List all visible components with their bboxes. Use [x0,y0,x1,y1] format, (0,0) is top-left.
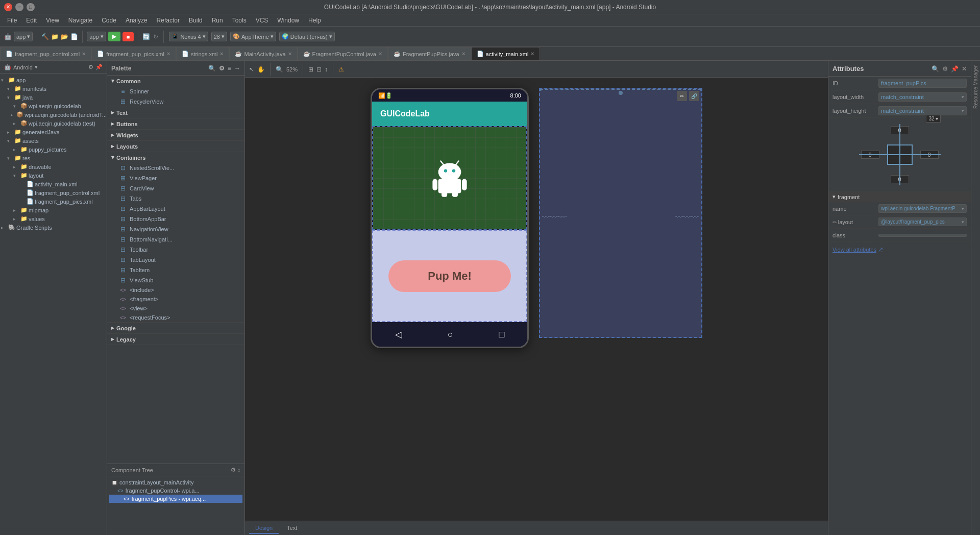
design-tab[interactable]: Design [249,523,279,534]
attr-value-height[interactable]: match_constraint ▾ [878,106,967,115]
design-warning-icon[interactable]: ⚠ [338,66,344,73]
design-zoom-in[interactable]: 🔍 [276,66,283,73]
palette-item-fragment[interactable]: <> <fragment> [107,295,244,304]
tree-item-values[interactable]: ▸ 📁 values [0,214,107,223]
menu-build[interactable]: Build [185,16,207,25]
attr-value-frag-class[interactable] [878,234,967,237]
tab-close-4[interactable]: ✕ [378,51,382,57]
tab-fragmentpuppics[interactable]: ☕ FragmentPupPics.java ✕ [388,47,471,60]
tab-close-1[interactable]: ✕ [166,51,170,57]
android-dropdown[interactable]: 🤖 [4,64,11,70]
attrs-pin-icon[interactable]: 📌 [951,65,959,72]
tree-item-fragment-pics[interactable]: 📄 fragment_pup_pics.xml [0,197,107,206]
palette-close-icon[interactable]: ↔ [234,65,240,72]
design-layout-toggle[interactable]: ↕ [325,66,328,73]
tab-fragment-pup-control[interactable]: 📄 fragment_pup_control.xml ✕ [0,47,91,60]
menu-tools[interactable]: Tools [228,16,251,25]
pup-me-button[interactable]: Pup Me! [388,260,511,292]
api-dropdown[interactable]: 28 ▾ [211,32,227,41]
tree-item-generatedjava[interactable]: ▸ 📁 generatedJava [0,128,107,136]
toolbar-app-dropdown[interactable]: app ▾ [14,32,33,41]
nav-back-btn[interactable]: ◁ [395,329,402,340]
menu-help[interactable]: Help [304,16,325,25]
palette-cat-text-header[interactable]: ▸ Text [107,107,244,118]
palette-item-navview[interactable]: ⊟ NavigationView [107,224,244,234]
palette-view-toggle[interactable]: ≡ [228,65,231,72]
handle-top[interactable] [619,91,623,95]
tree-item-java[interactable]: ▾ 📁 java [0,93,107,102]
menu-run[interactable]: Run [208,16,227,25]
tab-close-3[interactable]: ✕ [288,51,292,57]
menu-navigate[interactable]: Navigate [64,16,96,25]
tree-item-gradle[interactable]: ▸ 🐘 Gradle Scripts [0,223,107,232]
palette-item-spinner[interactable]: ≡ Spinner [107,86,244,96]
resource-manager-tab[interactable]: Resource Manager [972,63,979,111]
palette-item-tablayout[interactable]: ⊟ TabLayout [107,255,244,265]
palette-item-tabitem[interactable]: ⊟ TabItem [107,265,244,275]
tree-item-package2[interactable]: ▸ 📦 wpi.aeqin.guicodelab (androidT... [0,110,107,119]
comp-tree-fragment-pics[interactable]: <> fragment_pupPics - wpi.aeq... [109,495,242,503]
tree-item-package1[interactable]: ▾ 📦 wpi.aeqin.guicodelab [0,102,107,110]
palette-cat-google-header[interactable]: ▸ Google [107,323,244,333]
attr-value-width[interactable]: match_constraint ▾ [878,92,967,102]
tree-item-layout[interactable]: ▾ 📁 layout [0,171,107,180]
tree-item-drawable[interactable]: ▸ 📁 drawable [0,162,107,171]
palette-cat-containers-header[interactable]: ▾ Containers [107,152,244,163]
comp-tree-settings[interactable]: ⚙ [231,467,236,473]
tree-item-app[interactable]: ▾ 📁 app [0,76,107,84]
palette-item-bottomappbar[interactable]: ⊟ BottomAppBar [107,214,244,224]
text-tab[interactable]: Text [281,523,303,534]
view-all-attributes-link[interactable]: View all attributes ↗ [828,242,971,257]
palette-item-nestedscroll[interactable]: ⊡ NestedScrollVie... [107,163,244,173]
tab-close-2[interactable]: ✕ [219,51,224,57]
tree-item-assets[interactable]: ▾ 📁 assets [0,136,107,145]
attrs-settings-icon[interactable]: ⚙ [942,65,948,72]
handle-left[interactable] [539,88,542,91]
locale-dropdown[interactable]: 🌍 Default (en-us) ▾ [279,32,335,41]
nav-recent-btn[interactable]: □ [499,329,504,340]
menu-code[interactable]: Code [97,16,120,25]
palette-item-view[interactable]: <> <view> [107,304,244,313]
tab-activity-main[interactable]: 📄 activity_main.xml ✕ [471,47,541,60]
tab-fragmentpupcontrol[interactable]: ☕ FragmentPupControl.java ✕ [298,47,388,60]
palette-item-viewstub[interactable]: ⊟ ViewStub [107,275,244,285]
palette-item-bottomnav[interactable]: ⊟ BottomNavigati... [107,234,244,245]
fragment-section-header[interactable]: ▾ fragment [828,191,971,202]
tree-item-fragment-control[interactable]: 📄 fragment_pup_control.xml [0,188,107,197]
menu-vcs[interactable]: VCS [252,16,273,25]
tab-strings[interactable]: 📄 strings.xml ✕ [176,47,230,60]
menu-view[interactable]: View [42,16,63,25]
comp-tree-expand[interactable]: ↕ [238,467,241,473]
design-constraint-toggle[interactable]: ⊡ [316,66,322,73]
tree-item-package3[interactable]: ▸ 📦 wpi.aeqin.guicodelab (test) [0,119,107,128]
palette-item-tabs[interactable]: ⊟ Tabs [107,193,244,204]
tree-item-puppies[interactable]: ▸ 📁 puppy_pictures [0,145,107,154]
menu-window[interactable]: Window [273,16,303,25]
tree-settings-icon[interactable]: ⚙ [88,64,93,70]
palette-item-include[interactable]: <> <include> [107,285,244,295]
nav-home-btn[interactable]: ○ [448,329,453,340]
palette-cat-legacy-header[interactable]: ▸ Legacy [107,334,244,345]
menu-edit[interactable]: Edit [22,16,41,25]
tab-mainactivity[interactable]: ☕ MainActivity.java ✕ [229,47,297,60]
fragment-edit-btn[interactable]: ✏ [677,91,687,101]
phone-fragment-top[interactable] [372,126,527,230]
attr-value-frag-layout[interactable]: @layout/fragment_pup_pics ▾ [878,217,967,226]
dimension-dropdown[interactable]: ▾ [936,116,938,121]
fragment-link-btn[interactable]: 🔗 [689,91,699,101]
palette-cat-common-header[interactable]: ▾ Common [107,76,244,86]
palette-item-recyclerview[interactable]: ⊞ RecyclerView [107,96,244,107]
palette-cat-layouts-header[interactable]: ▸ Layouts [107,141,244,152]
tree-item-activity-main[interactable]: 📄 activity_main.xml [0,180,107,188]
tree-item-manifests[interactable]: ▾ 📁 manifests [0,84,107,93]
palette-item-viewpager[interactable]: ⊞ ViewPager [107,173,244,183]
tab-close-5[interactable]: ✕ [461,51,465,57]
tab-close-0[interactable]: ✕ [82,51,86,57]
design-grid-toggle[interactable]: ⊞ [308,66,313,73]
tree-item-res[interactable]: ▾ 📁 res [0,154,107,162]
palette-item-requestfocus[interactable]: <> <requestFocus> [107,313,244,322]
palette-search-icon[interactable]: 🔍 [208,65,216,72]
attrs-search-icon[interactable]: 🔍 [932,65,939,72]
stop-button[interactable]: ■ [122,32,134,41]
comp-tree-constraint[interactable]: 🔲 constraintLayout_mainActivity [109,478,242,487]
